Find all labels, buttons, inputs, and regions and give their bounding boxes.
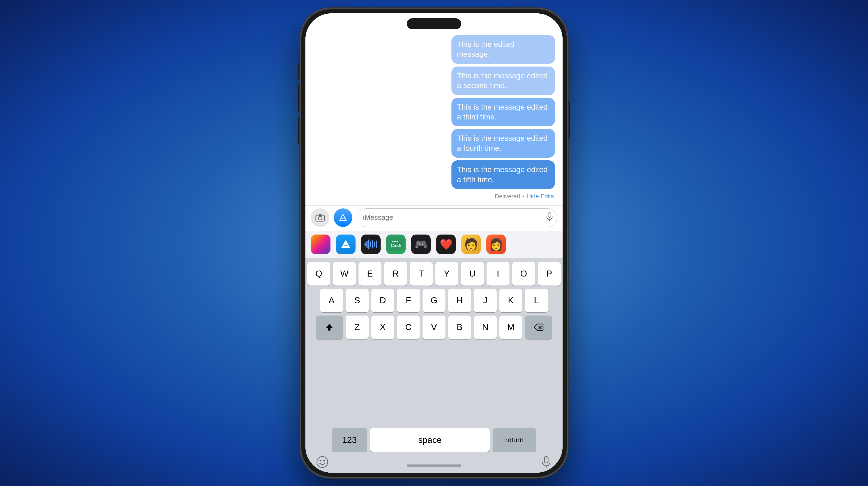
key-v[interactable]: V [423, 316, 445, 339]
key-o[interactable]: O [512, 262, 535, 286]
camera-button[interactable] [311, 208, 330, 227]
key-z[interactable]: Z [346, 316, 369, 339]
messages-area: This is the edited message. This is the … [305, 13, 563, 205]
numbers-key[interactable]: 123 [332, 428, 367, 452]
app-icon-appstore[interactable] [336, 234, 355, 254]
app-icon-memoji1[interactable]: 🧑 [461, 234, 481, 254]
key-u[interactable]: U [461, 262, 484, 286]
keyboard: Q W E R T Y U I O P A S D F G [305, 258, 563, 473]
key-x[interactable]: X [371, 316, 394, 339]
return-key[interactable]: return [493, 428, 536, 452]
keyboard-bottom-bar [305, 452, 563, 473]
message-bubble-3: This is the message edited a third time. [452, 98, 555, 126]
keyboard-bottom-row: 123 space return [305, 425, 563, 452]
keyboard-row-3: Z X C V B N M [308, 316, 560, 339]
phone-container: This is the edited message. This is the … [301, 8, 567, 478]
message-bubble-1: This is the edited message. [452, 35, 555, 64]
message-bubble-5: This is the message edited a fifth time. [452, 160, 555, 189]
key-t[interactable]: T [410, 262, 433, 286]
backspace-key[interactable] [525, 316, 552, 339]
appstore-button[interactable] [334, 208, 352, 227]
app-icon-digitaltouch[interactable]: ❤️ [436, 234, 456, 254]
key-d[interactable]: D [371, 289, 394, 312]
space-key[interactable]: space [370, 428, 490, 452]
key-h[interactable]: H [448, 289, 471, 312]
key-w[interactable]: W [333, 262, 356, 286]
shift-key[interactable] [316, 316, 343, 339]
svg-rect-11 [544, 457, 548, 463]
key-b[interactable]: B [448, 316, 471, 339]
app-icon-audio[interactable] [361, 234, 381, 254]
svg-point-1 [318, 216, 322, 220]
home-indicator [407, 464, 461, 467]
key-m[interactable]: M [499, 316, 522, 339]
svg-rect-2 [318, 215, 322, 216]
volume-down-button[interactable] [298, 118, 301, 145]
phone-screen: This is the edited message. This is the … [305, 13, 563, 473]
key-k[interactable]: K [499, 289, 522, 312]
key-n[interactable]: N [474, 316, 497, 339]
key-p[interactable]: P [538, 262, 561, 286]
svg-text:Cash: Cash [391, 243, 401, 248]
app-strip: Cash 🎮 ❤️ 🧑 👩 [305, 231, 563, 258]
delivered-row: Delivered • Hide Edits [495, 193, 555, 200]
power-button[interactable] [567, 101, 570, 139]
hide-edits-button[interactable]: Hide Edits [527, 193, 554, 200]
keyboard-row-1: Q W E R T Y U I O P [308, 262, 560, 286]
key-q[interactable]: Q [307, 262, 330, 286]
key-a[interactable]: A [320, 289, 343, 312]
emoji-icon[interactable] [316, 456, 328, 470]
key-i[interactable]: I [487, 262, 509, 286]
key-g[interactable]: G [423, 289, 445, 312]
imessage-input-wrapper [356, 208, 557, 227]
svg-point-8 [317, 457, 328, 467]
key-s[interactable]: S [346, 289, 369, 312]
app-icon-memoji2[interactable]: 👩 [486, 234, 506, 254]
svg-point-10 [323, 460, 325, 461]
app-icon-gamecenter[interactable]: 🎮 [411, 234, 431, 254]
key-e[interactable]: E [359, 262, 381, 286]
message-bubble-4: This is the message edited a fourth time… [452, 129, 555, 158]
svg-rect-5 [344, 246, 348, 246]
key-c[interactable]: C [397, 316, 420, 339]
audio-waves [365, 239, 377, 249]
svg-rect-3 [548, 212, 551, 217]
dynamic-island [407, 18, 461, 29]
key-y[interactable]: Y [435, 262, 458, 286]
volume-up-button[interactable] [298, 85, 301, 112]
delivered-label: Delivered [495, 193, 520, 200]
app-icon-photos[interactable] [311, 234, 331, 254]
mute-button[interactable] [298, 63, 301, 79]
keyboard-row-2: A S D F G H J K L [308, 289, 560, 312]
svg-point-9 [319, 460, 321, 461]
mic-in-input-icon[interactable] [546, 212, 553, 223]
key-f[interactable]: F [397, 289, 420, 312]
separator: • [522, 193, 524, 200]
mic-keyboard-icon[interactable] [541, 456, 552, 470]
key-j[interactable]: J [474, 289, 497, 312]
key-r[interactable]: R [384, 262, 407, 286]
app-icon-cash[interactable]: Cash [386, 234, 406, 254]
input-bar [305, 205, 563, 231]
keyboard-rows: Q W E R T Y U I O P A S D F G [305, 258, 563, 425]
message-bubble-2: This is the message edited a second time… [452, 66, 555, 95]
key-l[interactable]: L [525, 289, 548, 312]
imessage-input[interactable] [356, 208, 557, 227]
